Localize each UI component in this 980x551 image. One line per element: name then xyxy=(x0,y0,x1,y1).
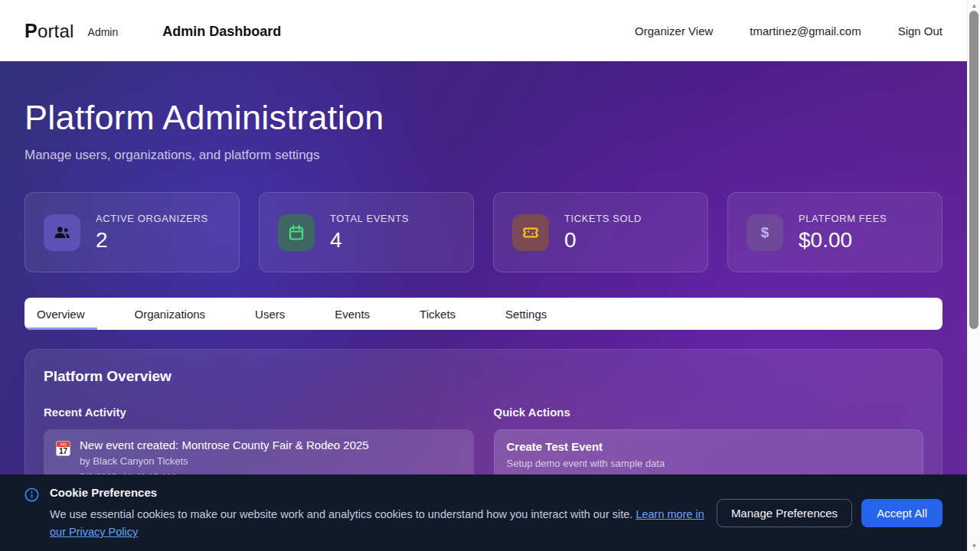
stat-card-tickets-sold: TICKETS SOLD 0 xyxy=(493,192,708,272)
admin-tabbar: Overview Organizations Users Events Tick… xyxy=(24,298,942,330)
people-icon xyxy=(44,214,80,251)
user-email: tmartinez@gmail.com xyxy=(750,24,861,37)
dollar-icon: $ xyxy=(746,214,783,251)
recent-activity-heading: Recent Activity xyxy=(44,406,474,419)
cookie-buttons: Manage Preferences Accept All xyxy=(717,499,942,527)
stat-value: 0 xyxy=(564,228,642,253)
logo-letter: P xyxy=(24,20,38,41)
cookie-title: Cookie Preferences xyxy=(50,486,708,499)
quick-actions-heading: Quick Actions xyxy=(494,406,924,419)
calendar-emoji-icon: July 17 xyxy=(56,441,70,456)
ticket-icon xyxy=(512,214,549,251)
info-icon xyxy=(24,487,39,541)
panel-title: Platform Overview xyxy=(44,368,923,385)
scrollbar-thumb[interactable] xyxy=(969,11,978,329)
cookie-banner: Cookie Preferences We use essential cook… xyxy=(0,474,967,551)
cookie-message: We use essential cookies to make our web… xyxy=(50,506,708,541)
tab-events[interactable]: Events xyxy=(322,298,382,330)
stat-text: ACTIVE ORGANIZERS 2 xyxy=(96,213,208,253)
hero-subtitle: Manage users, organizations, and platfor… xyxy=(24,148,942,163)
calendar-icon xyxy=(278,214,315,251)
header-nav: Organizer View tmartinez@gmail.com Sign … xyxy=(635,24,942,37)
activity-organizer: by Black Canyon Tickets xyxy=(80,455,369,467)
organizer-view-link[interactable]: Organizer View xyxy=(635,24,713,37)
quick-action-title: Create Test Event xyxy=(507,440,911,453)
stat-label: TOTAL EVENTS xyxy=(330,213,409,224)
stat-value: 4 xyxy=(330,228,409,253)
stat-label: ACTIVE ORGANIZERS xyxy=(96,213,208,224)
tab-users[interactable]: Users xyxy=(243,298,297,330)
tab-settings[interactable]: Settings xyxy=(493,298,559,330)
stat-card-active-organizers: ACTIVE ORGANIZERS 2 xyxy=(24,192,240,272)
logo-rest: ortal xyxy=(38,21,74,41)
app-viewport: Portal Admin Admin Dashboard Organizer V… xyxy=(0,0,967,551)
stat-text: TOTAL EVENTS 4 xyxy=(330,213,409,253)
tab-tickets[interactable]: Tickets xyxy=(407,298,468,330)
stats-row: ACTIVE ORGANIZERS 2 TOTAL EVENTS 4 xyxy=(24,192,942,272)
vertical-scrollbar[interactable]: ▲ ▼ xyxy=(967,0,980,551)
tab-overview[interactable]: Overview xyxy=(24,298,97,330)
stat-label: PLATFORM FEES xyxy=(799,213,887,224)
hero-title: Platform Administration xyxy=(24,98,942,138)
stat-card-total-events: TOTAL EVENTS 4 xyxy=(259,192,474,272)
scrollbar-up-arrow[interactable]: ▲ xyxy=(968,0,980,11)
stat-card-platform-fees: $ PLATFORM FEES $0.00 xyxy=(727,192,942,272)
top-navbar: Portal Admin Admin Dashboard Organizer V… xyxy=(0,0,967,61)
cookie-text-block: Cookie Preferences We use essential cook… xyxy=(50,486,708,541)
manage-preferences-button[interactable]: Manage Preferences xyxy=(717,499,852,527)
quick-action-description: Setup demo event with sample data xyxy=(507,458,911,469)
create-test-event-button[interactable]: Create Test Event Setup demo event with … xyxy=(494,429,924,480)
admin-badge: Admin xyxy=(88,26,119,38)
page-title: Admin Dashboard xyxy=(162,24,281,40)
scrollbar-down-arrow[interactable]: ▼ xyxy=(968,540,980,551)
stat-text: TICKETS SOLD 0 xyxy=(564,213,642,253)
stat-text: PLATFORM FEES $0.00 xyxy=(799,213,887,253)
portal-logo[interactable]: Portal xyxy=(24,20,74,42)
stat-value: $0.00 xyxy=(799,228,887,253)
accept-all-button[interactable]: Accept All xyxy=(861,499,942,527)
activity-title: New event created: Montrose County Fair … xyxy=(80,439,369,452)
cookie-content: Cookie Preferences We use essential cook… xyxy=(24,486,708,541)
sign-out-button[interactable]: Sign Out xyxy=(898,24,942,37)
tab-organizations[interactable]: Organizations xyxy=(122,298,218,330)
stat-value: 2 xyxy=(96,228,208,253)
stat-label: TICKETS SOLD xyxy=(564,213,642,224)
